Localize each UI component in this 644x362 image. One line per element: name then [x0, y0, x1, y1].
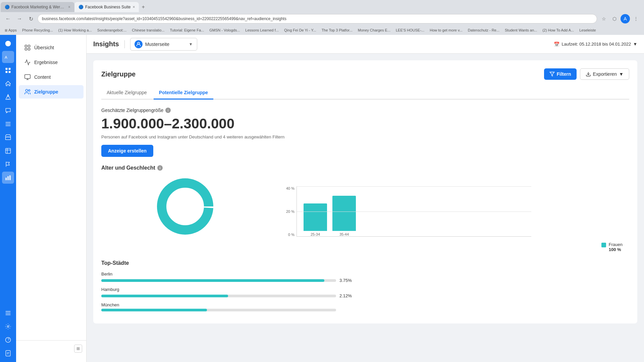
- city-bar-fill-münchen: [101, 309, 207, 311]
- bookmark-label-chinese: Chinese translatio...: [132, 28, 164, 32]
- profile-button[interactable]: A: [621, 14, 630, 23]
- header-divider: [124, 40, 125, 48]
- bookmark-sonderangebot[interactable]: Sonderangebot:...: [95, 27, 128, 33]
- forward-button[interactable]: →: [15, 14, 24, 23]
- city-row-berlin: Berlin 3.75%: [101, 272, 629, 283]
- bookmark-apps[interactable]: ⊞ Apps: [3, 27, 19, 33]
- rail-help-icon[interactable]: ?: [2, 334, 14, 346]
- bookmark-label-lessons: Lessons Learned f...: [245, 28, 279, 32]
- bar-group-35-44: 35-44: [332, 196, 356, 236]
- bookmark-chinese[interactable]: Chinese translatio...: [130, 27, 166, 33]
- main-card: Zielgruppe Filtern Exportieren ▼: [93, 60, 637, 323]
- bookmark-label-top3: The Top 3 Platfor...: [322, 28, 353, 32]
- bookmark-working[interactable]: (1) How Working a...: [56, 27, 94, 33]
- bookmark-gmsn[interactable]: GMSN - Vologds...: [207, 27, 242, 33]
- rail-logo-icon[interactable]: A: [2, 51, 14, 63]
- city-bar-row-hamburg: 2.12%: [101, 293, 629, 298]
- date-range[interactable]: 📅 Laufzeit: 05.12.2018 bis 04.01.2022 ▼: [554, 42, 637, 47]
- city-name-hamburg: Hamburg: [101, 287, 629, 292]
- bookmark-lessons[interactable]: Lessons Learned f...: [243, 27, 281, 33]
- bookmark-tutorial[interactable]: Tutorial: Eigene Fa...: [168, 27, 206, 33]
- rail-chat-icon[interactable]: [2, 105, 14, 117]
- bookmark-lee[interactable]: LEE'S HOUSE-...: [394, 27, 426, 33]
- svg-point-0: [5, 41, 11, 47]
- rail-report-icon[interactable]: [2, 347, 14, 359]
- url-bar[interactable]: business.facebook.com/latest/insights/pe…: [38, 14, 597, 23]
- nav-item-ergebnisse[interactable]: Ergebnisse: [19, 56, 84, 69]
- nav-item-zielgruppe[interactable]: Zielgruppe: [19, 85, 84, 99]
- bookmark-top3[interactable]: The Top 3 Platfor...: [320, 27, 355, 33]
- export-icon: [586, 71, 591, 77]
- bookmark-label-datenschutz: Datenschutz - Re...: [468, 28, 499, 32]
- bookmark-leseleiste[interactable]: Leseleiste: [577, 27, 598, 33]
- rail-analytics-icon[interactable]: [2, 172, 14, 184]
- svg-rect-14: [9, 175, 10, 180]
- rail-table-icon[interactable]: [2, 145, 14, 157]
- rail-home-icon[interactable]: [2, 38, 14, 50]
- rail-alert-icon[interactable]: [2, 91, 14, 103]
- rail-flag-icon[interactable]: [2, 158, 14, 170]
- tab-aktuelle[interactable]: Aktuelle Zielgruppe: [101, 86, 152, 100]
- city-bar-fill-berlin: [101, 279, 324, 282]
- city-bar-bg-berlin: [101, 279, 336, 282]
- tab-potentielle[interactable]: Potentielle Zielgruppe: [154, 86, 213, 100]
- tab-title-1: Facebook Marketing & Werbe...: [11, 5, 66, 9]
- tab-facebook-marketing[interactable]: 🔵 Facebook Marketing & Werbe... ×: [1, 2, 74, 12]
- nav-item-uebersicht[interactable]: Übersicht: [19, 41, 84, 54]
- new-tab-button[interactable]: +: [139, 3, 147, 11]
- svg-text:A: A: [5, 55, 7, 59]
- legend-color-swatch: [601, 243, 606, 247]
- nav-item-content[interactable]: Content: [19, 70, 84, 84]
- bookmark-label-qing: Qing Fei De Yi - Y...: [284, 28, 316, 32]
- city-row-hamburg: Hamburg 2.12%: [101, 287, 629, 298]
- rail-menu-icon[interactable]: [2, 307, 14, 319]
- overview-icon: [24, 44, 31, 51]
- tab-close-1[interactable]: ×: [68, 5, 70, 9]
- svg-rect-3: [9, 68, 11, 70]
- nav-footer: ⊞: [16, 340, 86, 357]
- tab-facebook-business[interactable]: 🔵 Facebook Business Suite ×: [74, 2, 139, 12]
- bookmark-money[interactable]: Money Charges E...: [356, 27, 392, 33]
- export-button[interactable]: Exportieren ▼: [580, 68, 629, 80]
- bookmark-qing[interactable]: Qing Fei De Yi - Y...: [282, 27, 318, 33]
- city-bar-fill-hamburg: [101, 295, 228, 297]
- rail-home2-icon[interactable]: [2, 78, 14, 90]
- audience-description: Personen auf Facebook und Instagram unte…: [101, 134, 629, 139]
- rail-list-icon[interactable]: [2, 118, 14, 130]
- bookmark-more[interactable]: How to get more v...: [428, 27, 465, 33]
- donut-bar-container: 40 % 20 % 0 %: [101, 176, 629, 252]
- bookmark-phone[interactable]: Phone Recycling...: [20, 27, 55, 33]
- create-ad-button[interactable]: Anzeige erstellen: [101, 145, 153, 157]
- bookmark-datenschutz[interactable]: Datenschutz - Re...: [466, 27, 501, 33]
- audience-info-icon[interactable]: i: [165, 108, 171, 113]
- extensions-button[interactable]: ⬡: [610, 14, 619, 23]
- tab-title-2: Facebook Business Suite: [85, 5, 130, 9]
- rail-grid-icon[interactable]: [2, 64, 14, 76]
- back-button[interactable]: ←: [3, 14, 13, 23]
- collapse-sidebar-button[interactable]: ⊞: [74, 345, 82, 353]
- tab-close-2[interactable]: ×: [132, 5, 135, 9]
- reload-button[interactable]: ↻: [26, 14, 36, 23]
- card-actions: Filtern Exportieren ▼: [544, 68, 629, 80]
- audience-size-label: Geschätzte Zielgruppengröße i: [101, 108, 629, 113]
- rail-settings-icon[interactable]: [2, 320, 14, 333]
- page-selector[interactable]: Musterseite ▼: [130, 38, 197, 51]
- chart-info-icon[interactable]: i: [157, 165, 163, 171]
- bookmark-label-apps: Apps: [8, 28, 17, 32]
- bookmark-add[interactable]: (2) How To Add A...: [540, 27, 576, 33]
- bookmark-label-sonder: Sonderangebot:...: [97, 28, 126, 32]
- bar-35-44: [332, 196, 356, 231]
- bookmark-label-gmsn: GMSN - Vologds...: [209, 28, 240, 32]
- rail-shop-icon[interactable]: [2, 131, 14, 143]
- nav-label-zielgruppe: Zielgruppe: [34, 89, 58, 95]
- tab-favicon-2: 🔵: [78, 5, 83, 9]
- bookmarks-bar: ⊞ Apps Phone Recycling... (1) How Workin…: [0, 25, 644, 35]
- card-header: Zielgruppe Filtern Exportieren ▼: [101, 68, 629, 80]
- nav-label-uebersicht: Übersicht: [34, 45, 54, 50]
- bookmark-label-lee: LEE'S HOUSE-...: [396, 28, 424, 32]
- more-button[interactable]: ⋮: [631, 14, 641, 23]
- bookmark-student[interactable]: Student Wants an...: [503, 27, 539, 33]
- bookmark-button[interactable]: ☆: [599, 14, 608, 23]
- filter-button[interactable]: Filtern: [544, 68, 577, 80]
- y-label-40: 40 %: [282, 186, 294, 190]
